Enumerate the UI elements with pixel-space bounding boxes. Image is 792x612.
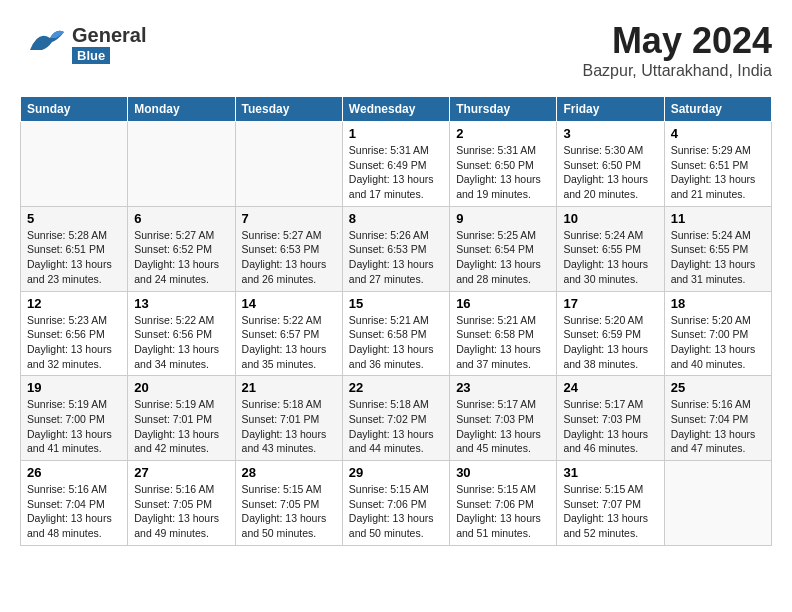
col-wednesday: Wednesday xyxy=(342,97,449,122)
day-cell: 21Sunrise: 5:18 AM Sunset: 7:01 PM Dayli… xyxy=(235,376,342,461)
day-number: 23 xyxy=(456,380,550,395)
day-info: Sunrise: 5:26 AM Sunset: 6:53 PM Dayligh… xyxy=(349,228,443,287)
day-info: Sunrise: 5:19 AM Sunset: 7:00 PM Dayligh… xyxy=(27,397,121,456)
week-row-5: 26Sunrise: 5:16 AM Sunset: 7:04 PM Dayli… xyxy=(21,461,772,546)
day-info: Sunrise: 5:20 AM Sunset: 7:00 PM Dayligh… xyxy=(671,313,765,372)
day-cell: 25Sunrise: 5:16 AM Sunset: 7:04 PM Dayli… xyxy=(664,376,771,461)
day-cell: 22Sunrise: 5:18 AM Sunset: 7:02 PM Dayli… xyxy=(342,376,449,461)
day-cell: 31Sunrise: 5:15 AM Sunset: 7:07 PM Dayli… xyxy=(557,461,664,546)
col-sunday: Sunday xyxy=(21,97,128,122)
logo-blue: Blue xyxy=(72,47,110,64)
day-info: Sunrise: 5:15 AM Sunset: 7:06 PM Dayligh… xyxy=(456,482,550,541)
day-cell: 3Sunrise: 5:30 AM Sunset: 6:50 PM Daylig… xyxy=(557,122,664,207)
day-info: Sunrise: 5:24 AM Sunset: 6:55 PM Dayligh… xyxy=(563,228,657,287)
day-cell: 1Sunrise: 5:31 AM Sunset: 6:49 PM Daylig… xyxy=(342,122,449,207)
day-number: 25 xyxy=(671,380,765,395)
day-cell: 2Sunrise: 5:31 AM Sunset: 6:50 PM Daylig… xyxy=(450,122,557,207)
day-info: Sunrise: 5:21 AM Sunset: 6:58 PM Dayligh… xyxy=(456,313,550,372)
day-info: Sunrise: 5:27 AM Sunset: 6:52 PM Dayligh… xyxy=(134,228,228,287)
day-cell: 30Sunrise: 5:15 AM Sunset: 7:06 PM Dayli… xyxy=(450,461,557,546)
day-number: 6 xyxy=(134,211,228,226)
day-info: Sunrise: 5:31 AM Sunset: 6:49 PM Dayligh… xyxy=(349,143,443,202)
day-cell: 17Sunrise: 5:20 AM Sunset: 6:59 PM Dayli… xyxy=(557,291,664,376)
day-info: Sunrise: 5:17 AM Sunset: 7:03 PM Dayligh… xyxy=(456,397,550,456)
title-block: May 2024 Bazpur, Uttarakhand, India xyxy=(583,20,772,80)
day-info: Sunrise: 5:15 AM Sunset: 7:05 PM Dayligh… xyxy=(242,482,336,541)
week-row-3: 12Sunrise: 5:23 AM Sunset: 6:56 PM Dayli… xyxy=(21,291,772,376)
day-info: Sunrise: 5:29 AM Sunset: 6:51 PM Dayligh… xyxy=(671,143,765,202)
day-cell: 20Sunrise: 5:19 AM Sunset: 7:01 PM Dayli… xyxy=(128,376,235,461)
day-number: 14 xyxy=(242,296,336,311)
day-cell: 13Sunrise: 5:22 AM Sunset: 6:56 PM Dayli… xyxy=(128,291,235,376)
day-cell: 18Sunrise: 5:20 AM Sunset: 7:00 PM Dayli… xyxy=(664,291,771,376)
day-info: Sunrise: 5:16 AM Sunset: 7:05 PM Dayligh… xyxy=(134,482,228,541)
day-info: Sunrise: 5:24 AM Sunset: 6:55 PM Dayligh… xyxy=(671,228,765,287)
day-number: 3 xyxy=(563,126,657,141)
day-number: 5 xyxy=(27,211,121,226)
day-info: Sunrise: 5:31 AM Sunset: 6:50 PM Dayligh… xyxy=(456,143,550,202)
col-friday: Friday xyxy=(557,97,664,122)
day-info: Sunrise: 5:25 AM Sunset: 6:54 PM Dayligh… xyxy=(456,228,550,287)
day-info: Sunrise: 5:18 AM Sunset: 7:01 PM Dayligh… xyxy=(242,397,336,456)
day-number: 13 xyxy=(134,296,228,311)
day-cell: 24Sunrise: 5:17 AM Sunset: 7:03 PM Dayli… xyxy=(557,376,664,461)
header-row: Sunday Monday Tuesday Wednesday Thursday… xyxy=(21,97,772,122)
day-number: 12 xyxy=(27,296,121,311)
day-number: 29 xyxy=(349,465,443,480)
day-cell: 6Sunrise: 5:27 AM Sunset: 6:52 PM Daylig… xyxy=(128,206,235,291)
page-header: General Blue May 2024 Bazpur, Uttarakhan… xyxy=(20,20,772,80)
day-cell: 7Sunrise: 5:27 AM Sunset: 6:53 PM Daylig… xyxy=(235,206,342,291)
col-saturday: Saturday xyxy=(664,97,771,122)
day-number: 24 xyxy=(563,380,657,395)
day-cell xyxy=(664,461,771,546)
col-monday: Monday xyxy=(128,97,235,122)
day-cell: 28Sunrise: 5:15 AM Sunset: 7:05 PM Dayli… xyxy=(235,461,342,546)
day-cell: 9Sunrise: 5:25 AM Sunset: 6:54 PM Daylig… xyxy=(450,206,557,291)
day-number: 16 xyxy=(456,296,550,311)
day-number: 26 xyxy=(27,465,121,480)
logo-icon xyxy=(20,20,68,68)
week-row-2: 5Sunrise: 5:28 AM Sunset: 6:51 PM Daylig… xyxy=(21,206,772,291)
logo-general: General xyxy=(72,24,146,46)
day-cell: 29Sunrise: 5:15 AM Sunset: 7:06 PM Dayli… xyxy=(342,461,449,546)
day-number: 9 xyxy=(456,211,550,226)
day-number: 8 xyxy=(349,211,443,226)
day-cell: 10Sunrise: 5:24 AM Sunset: 6:55 PM Dayli… xyxy=(557,206,664,291)
day-number: 4 xyxy=(671,126,765,141)
calendar-subtitle: Bazpur, Uttarakhand, India xyxy=(583,62,772,80)
day-cell: 8Sunrise: 5:26 AM Sunset: 6:53 PM Daylig… xyxy=(342,206,449,291)
day-cell: 11Sunrise: 5:24 AM Sunset: 6:55 PM Dayli… xyxy=(664,206,771,291)
day-number: 11 xyxy=(671,211,765,226)
week-row-1: 1Sunrise: 5:31 AM Sunset: 6:49 PM Daylig… xyxy=(21,122,772,207)
day-cell: 26Sunrise: 5:16 AM Sunset: 7:04 PM Dayli… xyxy=(21,461,128,546)
calendar-title: May 2024 xyxy=(583,20,772,62)
day-number: 19 xyxy=(27,380,121,395)
day-cell: 27Sunrise: 5:16 AM Sunset: 7:05 PM Dayli… xyxy=(128,461,235,546)
day-info: Sunrise: 5:22 AM Sunset: 6:57 PM Dayligh… xyxy=(242,313,336,372)
day-number: 28 xyxy=(242,465,336,480)
day-info: Sunrise: 5:20 AM Sunset: 6:59 PM Dayligh… xyxy=(563,313,657,372)
day-info: Sunrise: 5:16 AM Sunset: 7:04 PM Dayligh… xyxy=(671,397,765,456)
day-info: Sunrise: 5:22 AM Sunset: 6:56 PM Dayligh… xyxy=(134,313,228,372)
day-number: 22 xyxy=(349,380,443,395)
day-number: 17 xyxy=(563,296,657,311)
day-cell xyxy=(21,122,128,207)
day-number: 2 xyxy=(456,126,550,141)
day-number: 10 xyxy=(563,211,657,226)
day-info: Sunrise: 5:15 AM Sunset: 7:07 PM Dayligh… xyxy=(563,482,657,541)
day-info: Sunrise: 5:18 AM Sunset: 7:02 PM Dayligh… xyxy=(349,397,443,456)
day-number: 21 xyxy=(242,380,336,395)
day-cell: 5Sunrise: 5:28 AM Sunset: 6:51 PM Daylig… xyxy=(21,206,128,291)
day-cell: 16Sunrise: 5:21 AM Sunset: 6:58 PM Dayli… xyxy=(450,291,557,376)
week-row-4: 19Sunrise: 5:19 AM Sunset: 7:00 PM Dayli… xyxy=(21,376,772,461)
day-info: Sunrise: 5:15 AM Sunset: 7:06 PM Dayligh… xyxy=(349,482,443,541)
day-number: 1 xyxy=(349,126,443,141)
day-number: 20 xyxy=(134,380,228,395)
day-cell xyxy=(128,122,235,207)
day-cell: 4Sunrise: 5:29 AM Sunset: 6:51 PM Daylig… xyxy=(664,122,771,207)
day-number: 7 xyxy=(242,211,336,226)
day-number: 15 xyxy=(349,296,443,311)
day-cell xyxy=(235,122,342,207)
day-cell: 15Sunrise: 5:21 AM Sunset: 6:58 PM Dayli… xyxy=(342,291,449,376)
day-cell: 12Sunrise: 5:23 AM Sunset: 6:56 PM Dayli… xyxy=(21,291,128,376)
